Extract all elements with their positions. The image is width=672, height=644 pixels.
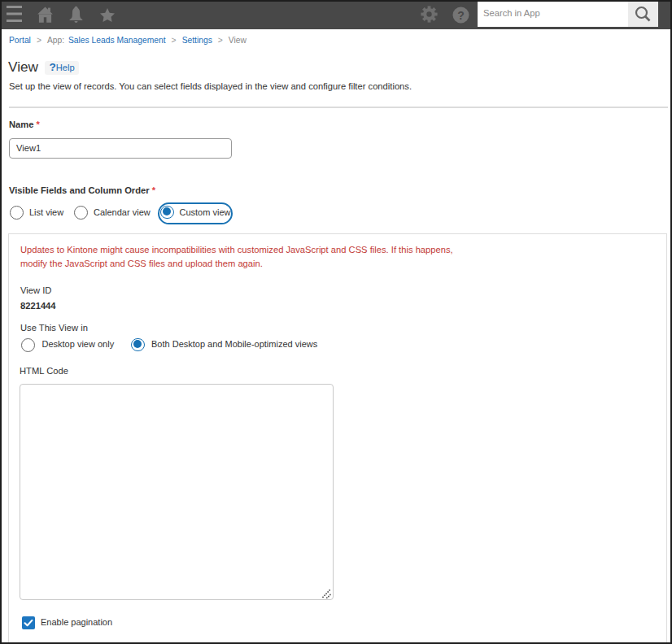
- svg-text:?: ?: [457, 9, 465, 22]
